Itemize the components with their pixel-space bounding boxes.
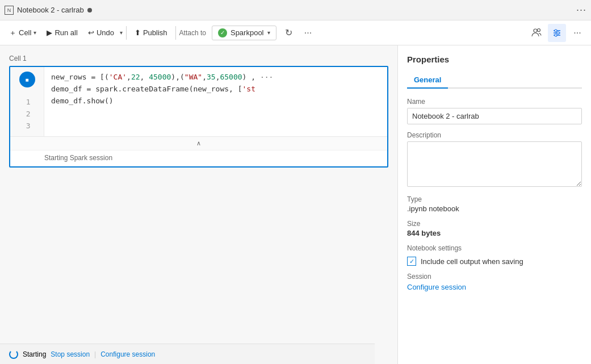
notebook-area: Cell 1 1 2 3 new_rows = [('CA',22, 45000… xyxy=(0,45,398,364)
cell-output: Starting Spark session xyxy=(10,150,387,166)
sparkpool-label: Sparkpool xyxy=(230,28,264,37)
spark-connected-icon xyxy=(218,28,227,37)
description-textarea[interactable] xyxy=(407,141,582,187)
size-value: 844 bytes xyxy=(407,229,582,237)
session-spinner xyxy=(9,350,18,359)
cell-container: 1 2 3 new_rows = [('CA',22, 45000),("WA"… xyxy=(9,66,388,168)
properties-title: Properties xyxy=(407,55,582,64)
add-cell-button[interactable]: ＋ Cell ▾ xyxy=(5,25,41,41)
stop-cell-button[interactable] xyxy=(19,72,35,87)
cell-collapse-button[interactable]: ∧ xyxy=(10,136,387,150)
title-bar-left: N Notebook 2 - carlrab xyxy=(5,6,572,15)
cell-inner: 1 2 3 new_rows = [('CA',22, 45000),("WA"… xyxy=(10,67,387,136)
cell-dropdown-icon: ▾ xyxy=(33,30,36,36)
svg-point-6 xyxy=(557,32,559,34)
chevron-up-icon: ∧ xyxy=(196,140,201,147)
notebook-icon: N xyxy=(5,6,14,15)
line-num-3: 3 xyxy=(24,120,31,132)
separator-2 xyxy=(175,26,176,40)
unsaved-indicator xyxy=(87,8,92,12)
refresh-button[interactable]: ↻ xyxy=(280,24,298,42)
main-layout: Cell 1 1 2 3 new_rows = [('CA',22, 45000… xyxy=(0,45,591,364)
cell-output-checkbox[interactable] xyxy=(407,257,416,266)
tab-general[interactable]: General xyxy=(407,72,448,89)
sparkpool-dropdown-icon: ▾ xyxy=(267,30,270,36)
description-label: Description xyxy=(407,131,582,139)
run-all-icon: ▶ xyxy=(47,28,52,37)
cell-label: Cell xyxy=(19,28,31,37)
toolbar-right: ··· xyxy=(527,24,586,42)
line-num-1: 1 xyxy=(24,97,31,108)
more-toolbar-button[interactable]: ··· xyxy=(299,24,317,42)
configure-session-panel-link[interactable]: Configure session xyxy=(407,283,466,291)
properties-panel: Properties General Name Description Type… xyxy=(398,45,591,364)
publish-label: Publish xyxy=(143,28,167,37)
line-num-2: 2 xyxy=(24,108,31,120)
undo-icon: ↩ xyxy=(88,28,94,37)
people-button[interactable] xyxy=(527,24,546,42)
code-line-1: new_rows = [('CA',22, 45000),("WA",35,65… xyxy=(51,72,380,83)
checkbox-label: Include cell output when saving xyxy=(421,257,523,266)
properties-tabs: General xyxy=(407,72,582,89)
code-line-3: demo_df.show() xyxy=(51,95,380,107)
name-label: Name xyxy=(407,98,582,106)
svg-point-0 xyxy=(534,29,537,32)
properties-button[interactable] xyxy=(548,24,566,42)
type-value: .ipynb notebook xyxy=(407,204,582,213)
separator-1 xyxy=(126,26,127,40)
name-input[interactable] xyxy=(407,108,582,124)
notebook-settings-label: Notebook settings xyxy=(407,244,582,252)
toolbar: ＋ Cell ▾ ▶ Run all ↩ Undo ▾ ⬆ Publish At… xyxy=(0,20,591,45)
svg-point-7 xyxy=(555,34,557,36)
output-text: Starting Spark session xyxy=(44,154,112,162)
size-label: Size xyxy=(407,220,582,228)
undo-label: Undo xyxy=(97,28,114,37)
plus-icon: ＋ xyxy=(9,28,16,38)
sparkpool-button[interactable]: Sparkpool ▾ xyxy=(212,26,276,40)
code-line-2: demo_df = spark.createDataFrame(new_rows… xyxy=(51,83,380,95)
status-bar: Starting Stop session | Configure sessio… xyxy=(0,344,375,364)
run-all-label: Run all xyxy=(55,28,77,37)
type-label: Type xyxy=(407,195,582,203)
checkbox-row: Include cell output when saving xyxy=(407,257,582,266)
more-right-button[interactable]: ··· xyxy=(568,24,586,42)
publish-icon: ⬆ xyxy=(135,28,141,37)
svg-point-5 xyxy=(555,30,557,32)
svg-point-1 xyxy=(538,28,540,31)
undo-button[interactable]: ↩ Undo xyxy=(83,26,119,40)
title-bar: N Notebook 2 - carlrab ··· xyxy=(0,0,591,20)
status-text: Starting xyxy=(23,350,46,358)
cell-gutter: 1 2 3 xyxy=(10,67,44,136)
line-numbers: 1 2 3 xyxy=(22,92,33,136)
publish-button[interactable]: ⬆ Publish xyxy=(130,26,172,40)
title-more-button[interactable]: ··· xyxy=(576,4,586,16)
stop-session-link[interactable]: Stop session xyxy=(51,350,90,358)
code-area[interactable]: new_rows = [('CA',22, 45000),("WA",35,65… xyxy=(44,67,387,136)
status-separator: | xyxy=(94,350,96,358)
session-label: Session xyxy=(407,273,582,281)
notebook-title: Notebook 2 - carlrab xyxy=(17,6,84,14)
undo-dropdown-icon: ▾ xyxy=(120,30,123,36)
properties-icon xyxy=(552,28,562,38)
attach-to-label: Attach to xyxy=(179,29,206,37)
people-icon xyxy=(531,28,542,38)
run-all-button[interactable]: ▶ Run all xyxy=(42,26,82,40)
configure-session-link[interactable]: Configure session xyxy=(100,350,155,358)
cell-label: Cell 1 xyxy=(9,55,388,62)
title-bar-right: ··· xyxy=(576,4,586,16)
